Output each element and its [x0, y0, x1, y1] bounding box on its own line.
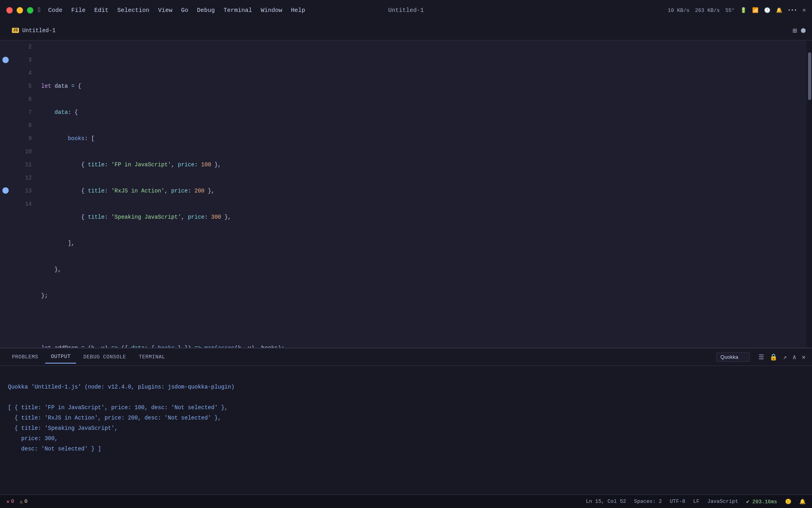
line-numbers: 2 3 4 5 6 7 8 9 10 11 12 13 14	[11, 40, 35, 348]
statusbar-left: ✕ 0 ⚠ 0	[6, 498, 27, 505]
layout-icon[interactable]: ⊞	[793, 26, 797, 35]
tab-bar: JS Untitled-1 ⊞	[0, 21, 812, 40]
output-source-select[interactable]: Quokka	[716, 352, 750, 362]
code-line-10: },	[41, 263, 800, 276]
dirty-indicator	[801, 28, 806, 33]
output-line-5: desc: 'Not selected' } ]	[8, 446, 101, 452]
panel-tab-bar: PROBLEMS OUTPUT DEBUG CONSOLE TERMINAL Q…	[0, 348, 812, 366]
close-panel-icon[interactable]: ✕	[802, 353, 806, 361]
network-speed-up: 10 KB/s	[668, 8, 689, 13]
panel-action-icons: ☰ 🔒 ↗ ∧ ✕	[758, 353, 806, 361]
breakpoint-13[interactable]	[2, 187, 9, 194]
lock-icon[interactable]: 🔒	[770, 353, 778, 361]
indentation[interactable]: Spaces: 2	[634, 498, 662, 504]
panel-select-area: Quokka ☰ 🔒 ↗ ∧ ✕	[716, 352, 806, 362]
editor-area: 2 3 4 5 6 7 8 9 10 11 12 13 14 let data …	[0, 40, 812, 495]
menu-debug[interactable]: Debug	[197, 7, 215, 14]
menu-view[interactable]: View	[158, 7, 172, 14]
code-line-9: ],	[41, 237, 800, 250]
list-icon: ≡	[802, 8, 806, 13]
minimize-button[interactable]	[17, 7, 23, 13]
error-count[interactable]: ✕ 0	[6, 498, 14, 505]
code-content[interactable]: let data = { data: { books: [ { title: '…	[35, 40, 806, 348]
line-ending[interactable]: LF	[693, 498, 699, 504]
apple-icon: 	[38, 7, 42, 14]
statusbar-right: Ln 15, Col 52 Spaces: 2 UTF-8 LF JavaScr…	[586, 498, 806, 505]
quokka-header: Quokka 'Untitled-1.js' (node: v12.4.0, p…	[8, 384, 234, 390]
js-file-icon: JS	[12, 28, 19, 33]
menu-file[interactable]: File	[71, 7, 86, 14]
menu-terminal[interactable]: Terminal	[224, 7, 252, 14]
menu-edit[interactable]: Edit	[94, 7, 109, 14]
tab-debug-console[interactable]: DEBUG CONSOLE	[78, 351, 132, 363]
warning-icon: ⚠	[20, 498, 23, 505]
tab-output[interactable]: OUTPUT	[45, 350, 76, 364]
scrollbar-thumb[interactable]	[808, 52, 811, 100]
menu-go[interactable]: Go	[181, 7, 188, 14]
tab-untitled-1[interactable]: JS Untitled-1	[6, 25, 61, 36]
language-mode[interactable]: JavaScript	[707, 498, 738, 504]
clock: 🕐	[764, 7, 770, 13]
code-line-3: let data = {	[41, 80, 800, 93]
timing-badge: ✔ 203.16ms	[746, 498, 777, 505]
cursor-position[interactable]: Ln 15, Col 52	[586, 498, 626, 504]
code-line-5: books: [	[41, 132, 800, 145]
more-icon: •••	[788, 8, 797, 13]
code-line-6: { title: 'FP in JavaScript', price: 100 …	[41, 158, 800, 171]
close-button[interactable]	[6, 7, 13, 13]
battery-icon: 🔋	[740, 7, 747, 13]
clear-icon[interactable]: ☰	[758, 353, 764, 361]
save-icon[interactable]: ↗	[783, 353, 787, 361]
code-line-11: };	[41, 289, 800, 302]
warning-count[interactable]: ⚠ 0	[20, 498, 28, 505]
titlebar-right: 10 KB/s 263 KB/s 55° 🔋 📶 🕐 🔔 ••• ≡	[668, 7, 806, 13]
vertical-scrollbar[interactable]	[806, 40, 812, 348]
titlebar-left:  Code File Edit Selection View Go Debug…	[6, 7, 305, 14]
code-line-8: { title: 'Speaking JavaScript', price: 3…	[41, 211, 800, 224]
menu-selection[interactable]: Selection	[117, 7, 149, 14]
code-editor[interactable]: 2 3 4 5 6 7 8 9 10 11 12 13 14 let data …	[0, 40, 812, 348]
menu-window[interactable]: Window	[261, 7, 282, 14]
wifi-icon: 📶	[752, 7, 758, 13]
status-bar: ✕ 0 ⚠ 0 Ln 15, Col 52 Spaces: 2 UTF-8 LF…	[0, 495, 812, 508]
encoding[interactable]: UTF-8	[670, 498, 685, 504]
output-line-2: { title: 'RxJS in Action', price: 200, d…	[8, 415, 221, 421]
collapse-up-icon[interactable]: ∧	[793, 353, 797, 361]
output-line-4: price: 300,	[8, 435, 58, 442]
menu-help[interactable]: Help	[291, 7, 305, 14]
output-content: Quokka 'Untitled-1.js' (node: v12.4.0, p…	[0, 366, 812, 495]
breakpoint-column	[0, 40, 11, 348]
titlebar:  Code File Edit Selection View Go Debug…	[0, 0, 812, 21]
menu-code[interactable]: Code	[48, 7, 63, 14]
code-line-7: { title: 'RxJS in Action', price: 200 },	[41, 185, 800, 198]
output-line-1: [ { title: 'FP in JavaScript', price: 10…	[8, 404, 228, 411]
tab-label: Untitled-1	[22, 27, 56, 34]
breakpoint-3[interactable]	[2, 57, 9, 63]
code-line-2	[41, 54, 800, 67]
notification-bell[interactable]: 🔔	[799, 498, 806, 505]
menu-bar: Code File Edit Selection View Go Debug T…	[48, 7, 305, 14]
output-panel: PROBLEMS OUTPUT DEBUG CONSOLE TERMINAL Q…	[0, 348, 812, 495]
error-icon: ✕	[6, 498, 10, 505]
network-speed-down: 263 KB/s	[695, 8, 720, 13]
maximize-button[interactable]	[27, 7, 33, 13]
output-line-3: { title: 'Speaking JavaScript',	[8, 425, 118, 431]
code-line-4: data: {	[41, 106, 800, 119]
window-title: Untitled-1	[388, 7, 424, 14]
traffic-lights	[6, 7, 33, 13]
temperature: 55°	[725, 8, 734, 13]
emoji-icon[interactable]: 🙂	[785, 498, 791, 505]
code-line-13: let addProp = (k, v) => ({ data: { books…	[41, 342, 800, 348]
code-line-12	[41, 316, 800, 329]
tab-terminal[interactable]: TERMINAL	[133, 351, 170, 363]
notification-icon: 🔔	[776, 7, 782, 13]
tab-problems[interactable]: PROBLEMS	[6, 351, 44, 363]
